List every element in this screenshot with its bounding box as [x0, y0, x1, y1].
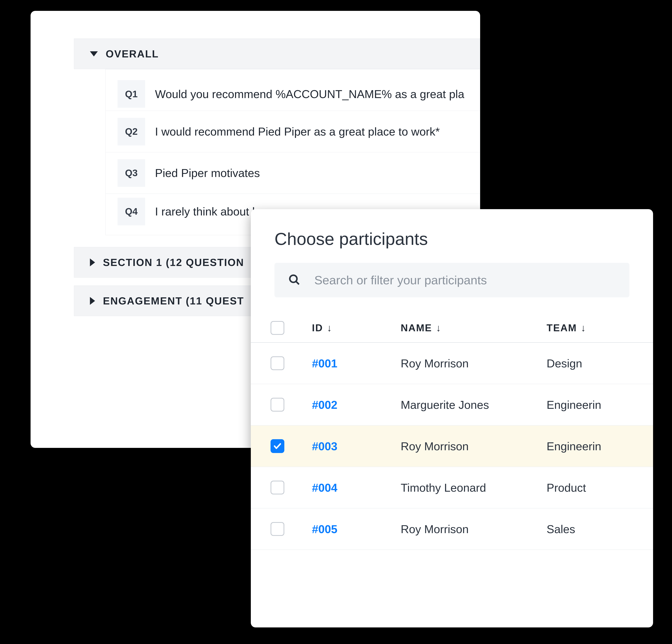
participant-name: Roy Morrison [401, 440, 547, 453]
participant-name: Timothy Leonard [401, 481, 547, 494]
participant-team: Product [547, 481, 653, 494]
participants-search[interactable] [275, 263, 629, 297]
participant-row[interactable]: #005 Roy Morrison Sales [251, 508, 653, 550]
section-title: ENGAGEMENT (11 QUEST [103, 295, 244, 307]
question-badge: Q4 [118, 198, 145, 225]
participant-team: Engineerin [547, 440, 653, 453]
question-row[interactable]: Q2 I would recommend Pied Piper as a gre… [106, 111, 480, 152]
column-label: NAME [401, 322, 432, 333]
column-id[interactable]: ID ↓ [312, 322, 401, 333]
participant-team: Design [547, 357, 653, 370]
chevron-down-icon [90, 51, 98, 56]
question-badge: Q2 [118, 118, 145, 145]
participant-id: #002 [312, 398, 401, 411]
participant-team: Sales [547, 523, 653, 536]
question-text: I would recommend Pied Piper as a great … [155, 125, 440, 138]
row-checkbox[interactable] [271, 481, 284, 494]
question-row[interactable]: Q3 Pied Piper motivates [106, 152, 480, 194]
column-label: TEAM [547, 322, 577, 333]
participants-header-row: ID ↓ NAME ↓ TEAM ↓ [251, 313, 653, 343]
select-all-cell [271, 321, 312, 335]
participant-team: Engineerin [547, 398, 653, 411]
participant-row[interactable]: #002 Marguerite Jones Engineerin [251, 384, 653, 425]
participant-name: Marguerite Jones [401, 398, 547, 411]
chevron-right-icon [90, 297, 95, 305]
column-name[interactable]: NAME ↓ [401, 322, 547, 333]
participant-row[interactable]: #003 Roy Morrison Engineerin [251, 425, 653, 467]
question-text: Pied Piper motivates [155, 166, 260, 179]
participant-row[interactable]: #001 Roy Morrison Design [251, 343, 653, 384]
section-header-overall[interactable]: OVERALL [74, 38, 480, 69]
participants-title: Choose participants [275, 229, 629, 249]
sort-down-icon: ↓ [327, 323, 333, 333]
column-label: ID [312, 322, 323, 333]
search-icon [288, 274, 300, 287]
participants-table: ID ↓ NAME ↓ TEAM ↓ #001 Roy Morrison Des… [251, 313, 653, 628]
participant-name: Roy Morrison [401, 523, 547, 536]
sort-down-icon: ↓ [581, 323, 586, 333]
participant-id: #003 [312, 440, 401, 453]
participant-row[interactable]: #004 Timothy Leonard Product [251, 467, 653, 508]
chevron-right-icon [90, 258, 95, 266]
participant-id: #004 [312, 481, 401, 494]
question-text: Would you recommend %ACCOUNT_NAME% as a … [155, 87, 464, 101]
participant-name: Roy Morrison [401, 357, 547, 370]
question-badge: Q1 [118, 80, 145, 108]
section-title: SECTION 1 (12 QUESTION [103, 257, 244, 268]
row-checkbox[interactable] [271, 356, 284, 370]
question-badge: Q3 [118, 159, 145, 187]
row-checkbox[interactable] [271, 522, 284, 536]
participant-id: #001 [312, 357, 401, 370]
participants-panel: Choose participants ID ↓ NAME ↓ TEAM ↓ [251, 209, 653, 628]
svg-line-1 [296, 281, 299, 284]
row-checkbox[interactable] [271, 439, 284, 453]
participants-search-input[interactable] [314, 273, 616, 287]
question-row[interactable]: Q1 Would you recommend %ACCOUNT_NAME% as… [106, 69, 480, 111]
row-checkbox[interactable] [271, 398, 284, 412]
question-text: I rarely think about l [155, 205, 255, 218]
participant-id: #005 [312, 523, 401, 536]
column-team[interactable]: TEAM ↓ [547, 322, 653, 333]
sort-down-icon: ↓ [436, 323, 442, 333]
select-all-checkbox[interactable] [271, 321, 284, 335]
svg-point-0 [290, 275, 297, 282]
section-title: OVERALL [106, 48, 159, 60]
